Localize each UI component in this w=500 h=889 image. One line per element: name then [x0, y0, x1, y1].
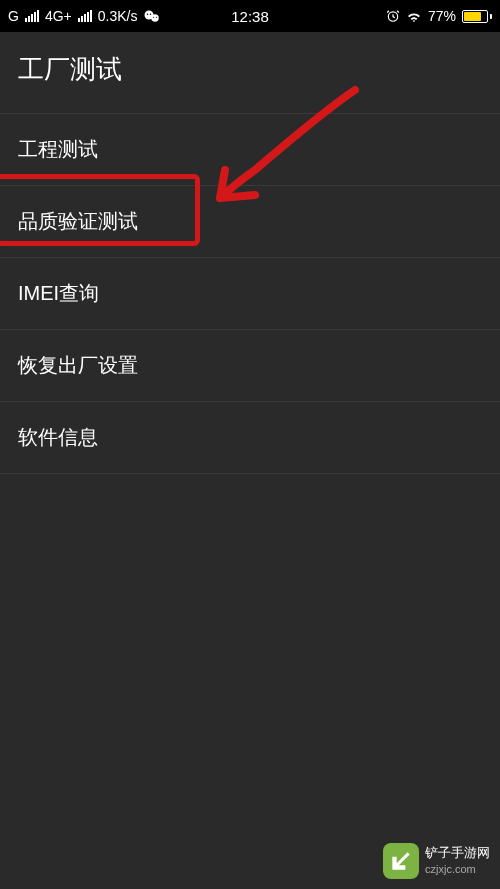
menu-item-label: IMEI查询 [18, 282, 99, 304]
network-type-label: G [8, 8, 19, 24]
watermark-text: 铲子手游网 czjxjc.com [425, 845, 490, 876]
watermark-title: 铲子手游网 [425, 845, 490, 862]
page-title: 工厂测试 [0, 32, 500, 113]
network-speed-label: 4G+ [45, 8, 72, 24]
menu-item-software-info[interactable]: 软件信息 [0, 402, 500, 474]
menu-item-factory-reset[interactable]: 恢复出厂设置 [0, 330, 500, 402]
menu-item-label: 工程测试 [18, 138, 98, 160]
svg-point-2 [147, 13, 149, 15]
svg-point-4 [153, 16, 154, 17]
svg-point-1 [152, 14, 160, 22]
watermark: 铲子手游网 czjxjc.com [383, 843, 490, 879]
data-rate-label: 0.3K/s [98, 8, 138, 24]
battery-percent-label: 77% [428, 8, 456, 24]
menu-list: 工程测试 品质验证测试 IMEI查询 恢复出厂设置 软件信息 [0, 113, 500, 474]
svg-point-5 [156, 16, 157, 17]
wifi-icon [406, 10, 422, 22]
status-left: G 4G+ 0.3K/s [8, 8, 161, 24]
watermark-url: czjxjc.com [425, 862, 490, 876]
menu-item-engineering-test[interactable]: 工程测试 [0, 114, 500, 186]
watermark-logo-icon [383, 843, 419, 879]
svg-point-3 [150, 13, 152, 15]
menu-item-quality-verification-test[interactable]: 品质验证测试 [0, 186, 500, 258]
status-time: 12:38 [231, 8, 269, 25]
status-right: 77% [386, 8, 492, 24]
menu-item-imei-query[interactable]: IMEI查询 [0, 258, 500, 330]
wechat-icon [143, 9, 161, 24]
menu-item-label: 品质验证测试 [18, 210, 138, 232]
battery-icon [462, 10, 492, 23]
status-bar: G 4G+ 0.3K/s 12:38 77% [0, 0, 500, 32]
menu-item-label: 恢复出厂设置 [18, 354, 138, 376]
signal-bars-icon [25, 10, 39, 22]
menu-item-label: 软件信息 [18, 426, 98, 448]
alarm-icon [386, 9, 400, 23]
signal-bars-icon-2 [78, 10, 92, 22]
